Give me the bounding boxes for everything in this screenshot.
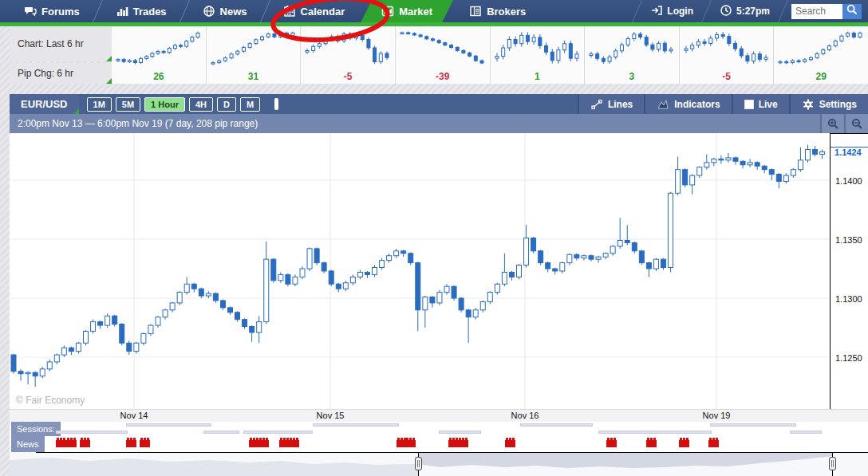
session-bar: [243, 431, 313, 434]
session-bar: [313, 423, 399, 427]
news-event-icon[interactable]: [679, 440, 689, 447]
settings-button[interactable]: Settings: [789, 94, 868, 114]
live-checkbox[interactable]: [744, 100, 754, 109]
live-button[interactable]: Live: [732, 94, 789, 114]
forums-icon: [24, 5, 37, 18]
nav-tab-forums[interactable]: Forums: [8, 0, 96, 22]
news-event-icon[interactable]: [140, 440, 150, 447]
mini-candlestick-chart: [492, 28, 582, 68]
toolbar-button-label: Lines: [608, 99, 633, 110]
candlestick-plot[interactable]: © Fair Economy: [10, 133, 830, 409]
symbol-selector[interactable]: EUR/USD: [10, 94, 79, 114]
indicators-button[interactable]: Indicators: [644, 94, 731, 114]
mini-chart-cell-2[interactable]: 31: [207, 26, 302, 84]
navigator-left-handle[interactable]: [415, 457, 422, 470]
search-icon: [846, 3, 858, 16]
sessions-label: Sessions:: [11, 422, 61, 436]
mini-chart-cell-4[interactable]: -39: [396, 26, 491, 84]
news-event-icon[interactable]: [646, 440, 657, 447]
time-label: 5:27pm: [736, 6, 770, 17]
date-label-nov-14: Nov 14: [120, 411, 148, 420]
session-bar: [710, 423, 796, 427]
price-tick-1.1400: 1.1400: [835, 176, 862, 186]
timeframe-button-1m[interactable]: 1M: [87, 97, 112, 112]
navigator-right-handle[interactable]: [829, 457, 836, 470]
news-event-icon[interactable]: [405, 440, 416, 447]
toolbar-divider[interactable]: [274, 98, 278, 110]
pip-change-selector[interactable]: Pip Chg: 6 hr: [10, 63, 112, 84]
news-event-icon[interactable]: [66, 440, 77, 447]
market-icon: [381, 5, 394, 18]
mini-chart-cells: 2631-5-3913-529: [112, 26, 868, 84]
mini-chart-cell-1[interactable]: 26: [112, 26, 207, 84]
nav-tab-news[interactable]: News: [187, 0, 263, 22]
mini-chart-cell-8[interactable]: 29: [774, 26, 868, 84]
nav-tab-market[interactable]: Market: [361, 0, 453, 22]
session-bar: [203, 431, 239, 434]
zoom-in-button[interactable]: [820, 114, 844, 133]
session-bar: [56, 431, 128, 434]
search-button[interactable]: [842, 4, 862, 19]
timeframe-button-m[interactable]: M: [240, 97, 260, 112]
brokers-icon: [469, 5, 482, 18]
nav-tab-label: News: [220, 6, 247, 18]
mini-candlestick-chart: [775, 28, 865, 68]
chart-toolbar: LinesIndicatorsLiveSettings: [578, 94, 868, 114]
dropdown-corner-icon: [106, 78, 112, 84]
news-event-icon[interactable]: [505, 440, 515, 447]
date-label-nov-19: Nov 19: [703, 411, 731, 420]
timeframe-button-5m[interactable]: 5M: [116, 97, 140, 112]
news-icon: [203, 5, 215, 18]
pip-change-value: 1: [491, 71, 585, 82]
pip-change-value: -5: [301, 71, 395, 82]
mini-chart-cell-6[interactable]: 3: [585, 26, 680, 84]
zoom-out-button[interactable]: [844, 114, 868, 133]
pip-change-value: 26: [112, 71, 206, 82]
news-event-icon[interactable]: [126, 440, 136, 447]
mini-candlestick-chart: [681, 28, 771, 68]
lines-button[interactable]: Lines: [578, 94, 644, 114]
chart-mode-selector[interactable]: Chart: Last 6 hr: [10, 26, 112, 61]
mini-chart-cell-7[interactable]: -5: [680, 26, 775, 84]
pip-change-value: 31: [207, 71, 301, 82]
mini-chart-cell-3[interactable]: -5: [301, 26, 396, 84]
news-label: News: [11, 436, 45, 452]
nav-tab-trades[interactable]: Trades: [100, 0, 183, 22]
pip-change-value: -5: [680, 71, 774, 82]
timeframe-button-d[interactable]: D: [217, 97, 236, 112]
toolbar-button-label: Indicators: [674, 99, 720, 110]
sessions-row: Sessions:: [10, 422, 868, 436]
range-navigator[interactable]: [10, 452, 868, 476]
zoom-buttons: [820, 114, 868, 133]
news-event-icon[interactable]: [80, 440, 90, 447]
news-event-icon[interactable]: [606, 440, 617, 447]
mini-chart-cell-5[interactable]: 1: [491, 26, 586, 84]
nav-tab-brokers[interactable]: Brokers: [453, 0, 542, 22]
nav-tab-calendar[interactable]: Calendar: [267, 0, 361, 22]
news-event-icon[interactable]: [458, 440, 468, 447]
clock-icon: [720, 4, 732, 19]
mini-candlestick-chart: [113, 28, 203, 68]
zoom-out-icon: [850, 117, 863, 130]
top-navigation: ForumsTradesNewsCalendarMarketBrokers Lo…: [0, 0, 868, 22]
search-input[interactable]: [791, 4, 842, 19]
timeframe-button-4h[interactable]: 4H: [189, 97, 213, 112]
search-box: [791, 4, 862, 19]
mini-chart-row: Chart: Last 6 hr Pip Chg: 6 hr 2631-5-39…: [10, 26, 868, 84]
indicators-icon: [657, 98, 669, 111]
news-event-icon[interactable]: [289, 440, 299, 447]
news-event-icon[interactable]: [708, 440, 719, 447]
chart-header: EUR/USD 1M5M1 Hour4HDM LinesIndicatorsLi…: [10, 94, 868, 114]
nav-tabs: ForumsTradesNewsCalendarMarketBrokers: [8, 0, 542, 22]
clock-menu[interactable]: 5:27pm: [707, 0, 783, 22]
watermark: © Fair Economy: [16, 395, 85, 406]
toolbar-button-label: Live: [759, 99, 778, 110]
nav-tab-label: Market: [399, 6, 432, 18]
mini-chart-labels: Chart: Last 6 hr Pip Chg: 6 hr: [10, 26, 112, 84]
current-price-label: 1.1424: [831, 147, 868, 157]
timeframe-button-1-hour[interactable]: 1 Hour: [144, 97, 185, 112]
pip-change-value: 3: [585, 71, 679, 82]
news-event-icon[interactable]: [258, 440, 269, 447]
news-event-icon[interactable]: [56, 440, 66, 447]
login-button[interactable]: Login: [637, 0, 706, 22]
